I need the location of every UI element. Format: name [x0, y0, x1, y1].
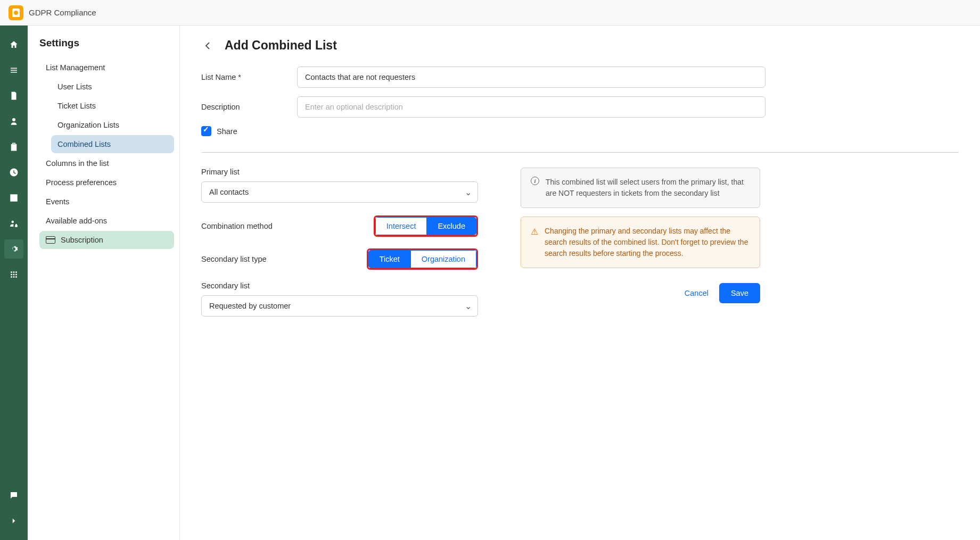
label-secondary-list: Secondary list: [201, 281, 478, 290]
rail-chat[interactable]: [4, 486, 23, 505]
page-title: Add Combined List: [225, 38, 337, 53]
info-text: This combined list will select users fro…: [546, 177, 750, 199]
label-list-name: List Name *: [201, 73, 297, 81]
primary-list-select[interactable]: All contacts: [201, 181, 478, 203]
cancel-button[interactable]: Cancel: [685, 289, 709, 297]
rail-settings[interactable]: [4, 239, 23, 259]
svg-point-2: [15, 271, 17, 273]
nav-ticket-lists[interactable]: Ticket Lists: [51, 97, 174, 115]
info-icon: i: [531, 177, 539, 185]
svg-point-6: [11, 276, 12, 278]
info-box: i This combined list will select users f…: [521, 168, 760, 208]
rail-expand[interactable]: [4, 511, 23, 530]
rail-apps[interactable]: [4, 265, 23, 284]
label-secondary-type: Secondary list type: [201, 255, 267, 263]
settings-sidebar: Settings List Management User Lists Tick…: [28, 26, 180, 540]
sidebar-title: Settings: [39, 37, 174, 49]
svg-point-1: [13, 271, 15, 273]
label-primary-list: Primary list: [201, 168, 478, 176]
label-combination-method: Combination method: [201, 222, 273, 230]
label-description: Description: [201, 103, 297, 111]
svg-point-3: [11, 274, 12, 276]
nav-subscription-label: Subscription: [61, 236, 103, 244]
ticket-button[interactable]: Ticket: [369, 251, 410, 268]
nav-process-prefs[interactable]: Process preferences: [39, 173, 174, 192]
rail-analytics[interactable]: [4, 188, 23, 207]
save-button[interactable]: Save: [719, 283, 760, 303]
rail-lists[interactable]: [4, 61, 23, 80]
divider: [201, 152, 959, 153]
card-icon: [46, 236, 55, 244]
rail-people[interactable]: [4, 112, 23, 131]
description-input[interactable]: [297, 96, 765, 118]
nav-addons[interactable]: Available add-ons: [39, 212, 174, 230]
rail-clock[interactable]: [4, 163, 23, 182]
nav-list-management[interactable]: List Management: [39, 59, 174, 77]
nav-organization-lists[interactable]: Organization Lists: [51, 116, 174, 134]
share-checkbox[interactable]: [201, 126, 211, 136]
rail-document[interactable]: [4, 86, 23, 105]
svg-point-0: [11, 271, 12, 273]
nav-user-lists[interactable]: User Lists: [51, 78, 174, 96]
svg-point-8: [15, 276, 17, 278]
rail-clipboard[interactable]: [4, 137, 23, 156]
share-label: Share: [217, 127, 237, 136]
warning-box: ⚠ Changing the primary and secondary lis…: [521, 217, 760, 268]
nav-rail: [0, 26, 28, 540]
combination-highlight: Intersect Exclude: [374, 215, 478, 237]
chevron-left-icon: [205, 41, 210, 50]
topbar: GDPR Compliance: [0, 0, 980, 26]
exclude-button[interactable]: Exclude: [426, 218, 476, 235]
svg-point-7: [13, 276, 15, 278]
nav-events[interactable]: Events: [39, 193, 174, 211]
secondary-list-select[interactable]: Requested by customer: [201, 295, 478, 317]
intersect-button[interactable]: Intersect: [376, 218, 427, 235]
warning-text: Changing the primary and secondary lists…: [545, 226, 750, 259]
app-title: GDPR Compliance: [29, 8, 96, 17]
svg-point-4: [13, 274, 15, 276]
nav-combined-lists[interactable]: Combined Lists: [51, 135, 174, 153]
secondary-type-highlight: Ticket Organization: [367, 248, 478, 270]
nav-columns[interactable]: Columns in the list: [39, 154, 174, 172]
rail-home[interactable]: [4, 35, 23, 54]
warning-icon: ⚠: [531, 226, 538, 259]
nav-subscription[interactable]: Subscription: [39, 231, 174, 249]
app-logo-icon: [9, 5, 23, 20]
organization-button[interactable]: Organization: [410, 251, 476, 268]
svg-point-5: [15, 274, 17, 276]
list-name-input[interactable]: [297, 67, 765, 88]
main-content: Add Combined List List Name * Descriptio…: [180, 26, 980, 540]
rail-users-lock[interactable]: [4, 214, 23, 233]
back-button[interactable]: [201, 39, 214, 52]
